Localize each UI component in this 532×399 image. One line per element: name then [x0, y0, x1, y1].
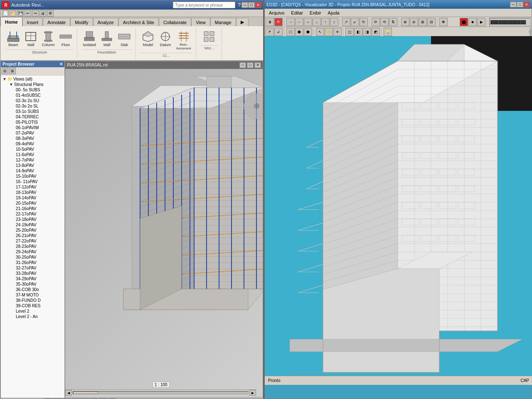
menu-arquivo[interactable]: Arquivo	[266, 10, 287, 16]
rotate-1-btn[interactable]: ↗	[342, 18, 350, 26]
ed3d-close-btn[interactable]: ✕	[523, 2, 530, 7]
tree-item[interactable]: 03-1o SUBS	[15, 109, 64, 114]
tree-item[interactable]: 02-3o 2o SU	[15, 98, 64, 103]
tree-item[interactable]: 09-4oPAV	[15, 141, 64, 147]
zoom-window-btn[interactable]: ⊟	[427, 18, 436, 26]
tree-item[interactable]: 33-28oPAV	[15, 271, 64, 276]
tree-item[interactable]: 23-18oPAV	[15, 217, 64, 222]
record-btn[interactable]: ⬤	[460, 18, 468, 26]
minimize-button[interactable]: ─	[241, 2, 248, 8]
browser-collapse-btn[interactable]: ⊟	[2, 68, 8, 74]
move-right-btn[interactable]: →	[286, 18, 295, 26]
browser-tree[interactable]: ▼ 📁 Views (all) ▼ Structural Plans 00- 5…	[1, 76, 64, 398]
view-top-btn[interactable]: ⬢	[295, 28, 303, 36]
menu-ajuda[interactable]: Ajuda	[325, 10, 342, 16]
browser-close-icon[interactable]: ✕	[59, 62, 63, 66]
grid-tool[interactable]	[201, 29, 217, 44]
shade-flat-btn[interactable]: ◧	[354, 28, 362, 36]
menu-editar[interactable]: Editar	[288, 10, 305, 16]
tree-item[interactable]: 18-13oPAV	[15, 190, 64, 195]
cross-btn[interactable]: ✛	[333, 28, 342, 36]
zoom-out-btn[interactable]: ⊖	[410, 18, 418, 26]
tree-item[interactable]: 32-27oPAV	[15, 265, 64, 271]
ed3d-3d-viewport[interactable]: Pronto CAP	[265, 36, 532, 385]
tree-item[interactable]: 27-22oPAV	[15, 238, 64, 244]
tree-item[interactable]: 39-COB RES	[15, 303, 64, 308]
tree-item[interactable]: 21-16oPAV	[15, 206, 64, 211]
tree-item[interactable]: 05-PILOTIS	[15, 120, 64, 125]
tab-more[interactable]: ▶	[236, 18, 249, 26]
tree-item[interactable]: 07-2oPAV	[15, 130, 64, 136]
tree-item[interactable]: 26-21oPAV	[15, 233, 64, 238]
browser-expand-btn[interactable]: ⊞	[9, 68, 16, 74]
redo-button[interactable]: ↪	[32, 10, 39, 17]
menu-exibir[interactable]: Exibir	[307, 10, 324, 16]
column-tool[interactable]: Column	[40, 29, 56, 49]
tree-item[interactable]: 13-8oPAV	[15, 163, 64, 168]
tree-item[interactable]: 29-24oPAV	[15, 249, 64, 255]
tree-item[interactable]: 11-6oPAV	[15, 152, 64, 157]
move-up-btn[interactable]: ↑	[321, 18, 330, 26]
tab-analyze[interactable]: Analyze	[93, 18, 118, 26]
move-down-btn[interactable]: ↓	[313, 18, 321, 26]
ed3d-btn-1[interactable]: 🖥	[266, 18, 274, 26]
tree-item[interactable]: Level 2	[15, 308, 64, 314]
zoom-in-btn[interactable]: ⊕	[401, 18, 409, 26]
pan-btn[interactable]: ✥	[439, 18, 448, 26]
stop-btn[interactable]: ■	[468, 18, 477, 26]
revit-search-input[interactable]	[173, 2, 235, 8]
tree-item[interactable]: 30-25oPAV	[15, 255, 64, 260]
tab-modify[interactable]: Modify	[70, 18, 93, 26]
tab-view[interactable]: View	[191, 18, 210, 26]
tree-item[interactable]: 04-TERREC	[15, 114, 64, 120]
tree-item[interactable]: 20-15oPAV	[15, 201, 64, 206]
measure-btn[interactable]: 📏	[325, 28, 333, 36]
viewport-close-btn[interactable]: ✕	[254, 62, 261, 68]
view-3d-btn[interactable]: ⬟	[304, 28, 312, 36]
tree-item[interactable]: 14-9oPAV	[15, 168, 64, 174]
tree-item[interactable]: 34-29oPAV	[15, 276, 64, 282]
move-ud-btn[interactable]: ↕	[330, 18, 338, 26]
help-icon[interactable]: ?	[238, 2, 241, 8]
ed3d-btn-r[interactable]: R	[274, 18, 283, 26]
print-button[interactable]: 🖨	[39, 10, 46, 17]
zoom-fit-btn[interactable]: ⊞	[419, 18, 427, 26]
wall-tool-structure[interactable]: Wall	[23, 29, 39, 49]
open-button[interactable]: 📂	[10, 10, 16, 17]
tree-item[interactable]: Level 2 - An	[15, 314, 64, 319]
new-button[interactable]: 📄	[2, 10, 9, 17]
tree-item[interactable]: 17-12oPAV	[15, 184, 64, 190]
tree-root-views[interactable]: ▼ 📁 Views (all)	[2, 76, 64, 82]
tab-home[interactable]: Home	[0, 17, 22, 26]
shade-wire-btn[interactable]: ◫	[345, 28, 354, 36]
undo-button[interactable]: ↩	[25, 10, 31, 17]
tree-item[interactable]: 28-23oPAV	[15, 244, 64, 249]
tree-item[interactable]: 38-FUNDO D	[15, 298, 64, 303]
tab-annotate[interactable]: Annotate	[43, 18, 70, 26]
restore-button[interactable]: □	[248, 2, 255, 8]
tree-structural-plans[interactable]: ▼ Structural Plans	[8, 82, 64, 87]
close-button[interactable]: ✕	[255, 2, 261, 8]
rotate-2-btn[interactable]: ↙	[351, 18, 359, 26]
tab-insert[interactable]: Insert	[22, 18, 43, 26]
orbit-2-btn[interactable]: ⟲	[380, 18, 389, 26]
tree-item[interactable]: 15-10oPAV	[15, 174, 64, 179]
floor-tool[interactable]: Floor	[58, 29, 74, 49]
tab-collaborate[interactable]: Collaborate	[159, 18, 191, 26]
tree-item[interactable]: 22-17oPAV	[15, 211, 64, 217]
ed3d-minimize-btn[interactable]: ─	[510, 2, 517, 7]
tree-item[interactable]: 19-14oPAV	[15, 195, 64, 201]
view-side-btn[interactable]: ↲	[274, 28, 283, 36]
tree-item[interactable]: 35-30oPAV	[15, 282, 64, 287]
tab-manage[interactable]: Manage	[210, 18, 236, 26]
slab-tool[interactable]: Slab	[116, 29, 132, 49]
tree-item[interactable]: 02-3o 2o SL	[15, 103, 64, 109]
scroll-right-btn[interactable]: ▶	[249, 390, 256, 396]
beam-tool[interactable]: Beam	[5, 29, 21, 49]
tab-architect-site[interactable]: Architect & Site	[118, 18, 159, 26]
datum-tool[interactable]: Datum	[158, 29, 173, 52]
tree-item[interactable]: 25-20oPAV	[15, 228, 64, 233]
tree-item[interactable]: 00- 5o SUBS	[15, 87, 64, 93]
save-button[interactable]: 💾	[17, 10, 24, 17]
orbit-1-btn[interactable]: ⟳	[372, 18, 380, 26]
